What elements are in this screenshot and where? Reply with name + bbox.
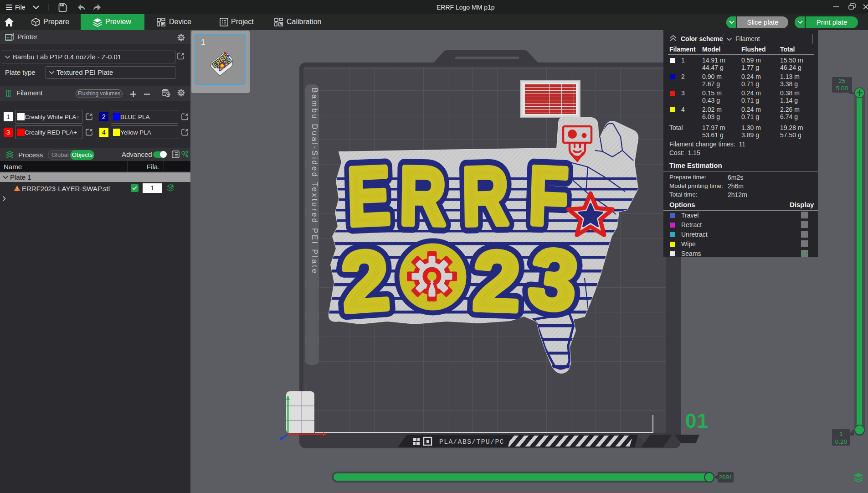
svg-text:PLA/ABS/TPU/PC: PLA/ABS/TPU/PC — [439, 438, 504, 446]
svg-text:File: File — [15, 4, 26, 11]
svg-text:2: 2 — [472, 233, 521, 328]
svg-text:R: R — [399, 150, 447, 242]
svg-text:2: 2 — [339, 233, 391, 330]
svg-text:F: F — [528, 149, 569, 242]
svg-text:R: R — [462, 150, 509, 242]
svg-text:E: E — [346, 149, 391, 243]
